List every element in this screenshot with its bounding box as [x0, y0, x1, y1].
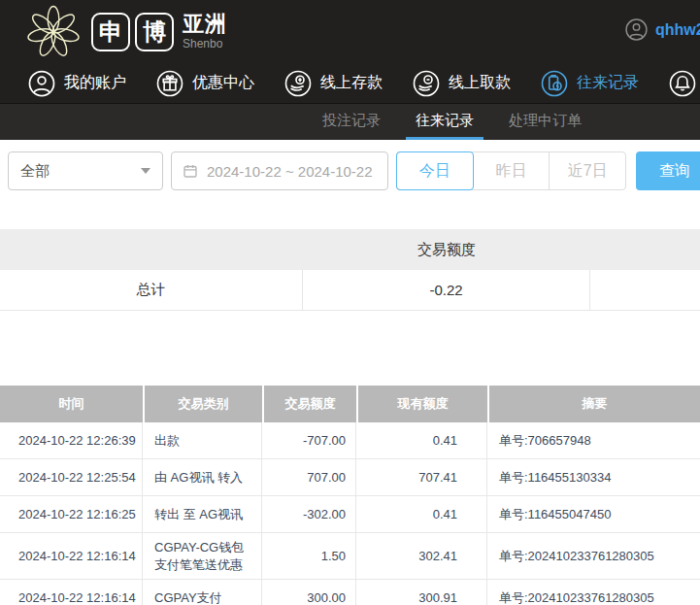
table-row: 2024-10-22 12:16:14 CGPAY-CG钱包支付笔笔送优惠 1.… [0, 533, 700, 580]
nav-label: 线上存款 [320, 73, 383, 93]
quick-yesterday-button[interactable]: 昨日 [474, 152, 550, 189]
cell-type: 出款 [143, 422, 262, 458]
deposit-icon [283, 69, 313, 98]
cell-time: 2024-10-22 12:25:54 [0, 459, 143, 495]
cell-balance: 302.41 [356, 533, 487, 579]
cell-balance: 0.41 [356, 422, 487, 458]
summary-header-empty [590, 229, 700, 270]
nav-item-my-account[interactable]: 我的账户 [27, 69, 126, 98]
logo-char-1: 申 [91, 13, 130, 51]
calendar-icon [182, 162, 199, 180]
date-range-input[interactable]: 2024-10-22 ~ 2024-10-22 [171, 151, 388, 190]
nav-item-messages[interactable]: 信息 [668, 69, 700, 98]
table-row: 2024-10-22 12:16:14 CGPAY支付 300.00 300.9… [0, 580, 700, 605]
type-select-value: 全部 [20, 162, 50, 181]
cell-amount: -707.00 [262, 422, 356, 458]
records-table: 时间 交易类别 交易额度 现有额度 摘要 2024-10-22 12:26:39… [0, 386, 700, 605]
sub-nav: 投注记录 往来记录 处理中订单 [0, 104, 700, 140]
search-button[interactable]: 查询 [636, 151, 700, 190]
cell-memo: 单号:202410233761280305 [487, 580, 700, 605]
brand-en: Shenbo [183, 38, 227, 50]
cell-type: 转出 至 AG视讯 [143, 496, 262, 532]
date-range-value: 2024-10-22 ~ 2024-10-22 [207, 163, 373, 180]
topbar: 申 博 亚洲 Shenbo qhhw2 [0, 0, 700, 63]
quick-last7days-button[interactable]: 近7日 [549, 152, 625, 189]
summary-header-amount: 交易额度 [303, 229, 590, 270]
col-header-time: 时间 [0, 386, 143, 422]
nav-item-transaction-records[interactable]: 往来记录 [540, 69, 639, 98]
logo-char-2: 博 [135, 13, 174, 51]
summary-total-label: 总计 [0, 270, 303, 310]
brand-region: 亚洲 [183, 14, 227, 35]
summary-header-empty [0, 229, 303, 270]
user-icon [27, 69, 56, 98]
cell-amount: 300.00 [262, 580, 356, 605]
spacer [0, 311, 700, 386]
nav-label: 优惠中心 [192, 73, 254, 93]
table-row: 2024-10-22 12:26:39 出款 -707.00 0.41 单号:7… [0, 422, 700, 459]
cell-type: CGPAY-CG钱包支付笔笔送优惠 [143, 533, 262, 579]
filter-bar: 全部 2024-10-22 ~ 2024-10-22 今日 昨日 近7日 查询 [0, 140, 700, 229]
nav-item-withdraw[interactable]: 线上取款 [412, 69, 511, 98]
cell-amount: 1.50 [262, 533, 356, 579]
table-header-row: 时间 交易类别 交易额度 现有额度 摘要 [0, 386, 700, 422]
cell-memo: 单号:706657948 [487, 422, 700, 458]
user-avatar-icon [624, 17, 649, 42]
col-header-type: 交易类别 [143, 386, 262, 422]
nav-item-deposit[interactable]: 线上存款 [283, 69, 383, 98]
withdraw-icon [412, 69, 441, 98]
col-header-memo: 摘要 [487, 386, 700, 422]
table-row: 2024-10-22 12:25:54 由 AG视讯 转入 707.00 707… [0, 459, 700, 496]
nav-label: 我的账户 [64, 73, 126, 93]
summary-total-value: -0.22 [303, 270, 590, 310]
nav-item-promotions[interactable]: 优惠中心 [155, 69, 254, 98]
flower-logo-icon [25, 4, 82, 60]
tab-betting-records[interactable]: 投注记录 [313, 104, 390, 140]
brand-text: 亚洲 Shenbo [183, 14, 227, 50]
col-header-balance: 现有额度 [356, 386, 487, 422]
cell-time: 2024-10-22 12:16:14 [0, 533, 143, 579]
table-row: 2024-10-22 12:16:25 转出 至 AG视讯 -302.00 0.… [0, 496, 700, 533]
brand-logo[interactable]: 申 博 亚洲 Shenbo [0, 4, 227, 60]
cell-memo: 单号:116455047450 [487, 496, 700, 532]
summary-total-row: 总计 -0.22 [0, 270, 700, 311]
quick-today-button[interactable]: 今日 [396, 151, 474, 190]
cell-time: 2024-10-22 12:26:39 [0, 422, 143, 458]
cell-memo: 单号:116455130334 [487, 459, 700, 495]
cell-time: 2024-10-22 12:16:25 [0, 496, 143, 532]
cell-balance: 707.41 [356, 459, 487, 495]
username: qhhw2 [655, 21, 700, 39]
gift-icon [155, 69, 184, 98]
user-account[interactable]: qhhw2 [624, 17, 700, 42]
records-icon [540, 69, 569, 98]
summary-header-row: 交易额度 [0, 229, 700, 270]
nav-label: 线上取款 [449, 73, 511, 93]
cell-amount: 707.00 [262, 459, 356, 495]
cell-type: CGPAY支付 [143, 580, 262, 605]
main-nav: 我的账户 优惠中心 线上存款 [0, 63, 700, 104]
cell-type: 由 AG视讯 转入 [143, 459, 262, 495]
cell-balance: 300.91 [356, 580, 487, 605]
summary-table: 交易额度 总计 -0.22 [0, 229, 700, 311]
tab-transaction-records[interactable]: 往来记录 [406, 104, 483, 140]
cell-amount: -302.00 [262, 496, 356, 532]
bell-icon [668, 69, 697, 98]
tab-pending-orders[interactable]: 处理中订单 [499, 104, 591, 140]
col-header-amount: 交易额度 [262, 386, 356, 422]
nav-label: 往来记录 [577, 73, 639, 93]
cell-balance: 0.41 [356, 496, 487, 532]
chevron-down-icon [141, 168, 150, 174]
type-select[interactable]: 全部 [8, 151, 163, 190]
cell-memo: 单号:202410233761280305 [487, 533, 700, 579]
quick-date-group: 今日 昨日 近7日 [396, 151, 626, 190]
screen: 申 博 亚洲 Shenbo qhhw2 我的账户 [0, 0, 700, 605]
cell-time: 2024-10-22 12:16:14 [0, 580, 143, 605]
